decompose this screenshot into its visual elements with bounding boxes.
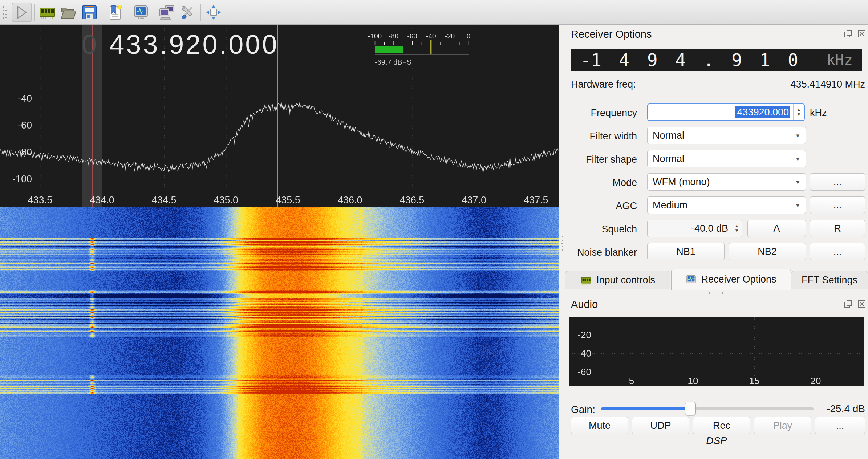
filter-shape-combo[interactable]: Normal ▼ [647, 150, 806, 167]
start-dsp-button[interactable] [12, 3, 32, 22]
lcd-digit[interactable]: 0 [788, 50, 798, 70]
lcd-digit[interactable]: 4 [675, 50, 686, 70]
lcd-digit[interactable]: 9 [731, 50, 742, 70]
filter-shape-label: Filter shape [565, 154, 637, 165]
mute-label: Mute [589, 420, 611, 431]
tuned-frequency-readout[interactable]: 0 433.920.000 [82, 29, 279, 60]
mode-combo[interactable]: WFM (mono) ▼ [647, 173, 806, 191]
chevron-down-icon: ▼ [795, 179, 800, 185]
frequency-label: Frequency [565, 107, 637, 119]
rec-label: Rec [713, 420, 730, 431]
frequency-spinbox[interactable]: 433920.000 ▲▼ [647, 103, 805, 121]
agc-combo[interactable]: Medium ▼ [647, 196, 806, 214]
tab-receiver-options-label: Receiver Options [701, 274, 776, 285]
signal-strength-meter [365, 30, 471, 68]
chip-icon [580, 276, 592, 285]
nb-options-button[interactable]: ... [810, 243, 865, 260]
squelch-auto-label: A [773, 223, 780, 234]
chevron-down-icon: ▼ [795, 156, 800, 162]
hardware-freq-label: Hardware freq: [571, 79, 636, 90]
configure-io-button[interactable] [37, 2, 58, 23]
play-label: Play [773, 420, 792, 431]
udp-label: UDP [650, 420, 671, 431]
remote-control-button[interactable] [156, 2, 177, 23]
rec-button[interactable]: Rec [693, 417, 750, 434]
squelch-spinner-buttons[interactable]: ▲▼ [731, 220, 742, 237]
lcd-digit[interactable]: 1 [760, 50, 770, 70]
audio-fft-display [569, 317, 864, 386]
gain-slider-fill [601, 407, 690, 410]
agc-options-label: ... [833, 200, 842, 211]
bookmarks-button[interactable] [105, 2, 126, 23]
horizontal-splitter-handle[interactable] [705, 292, 728, 295]
dsp-options-button[interactable] [130, 2, 151, 23]
close-panel-icon[interactable] [858, 300, 866, 308]
mode-value: WFM (mono) [653, 176, 710, 188]
play-icon [16, 5, 28, 19]
nb1-button[interactable]: NB1 [647, 243, 725, 260]
mode-options-button[interactable]: ... [810, 173, 865, 191]
squelch-value: -40.0 dB [648, 223, 731, 234]
fullscreen-button[interactable] [203, 2, 224, 23]
frequency-spinbox-value[interactable]: 433920.000 [735, 106, 790, 118]
scope-icon [686, 275, 697, 285]
nb1-label: NB1 [676, 246, 695, 257]
filter-width-combo[interactable]: Normal ▼ [647, 127, 806, 144]
float-panel-icon[interactable] [844, 300, 852, 308]
close-panel-icon[interactable] [858, 30, 866, 38]
vertical-splitter-handle[interactable] [560, 235, 564, 252]
waterfall-display[interactable] [0, 207, 559, 459]
audio-fft-canvas [569, 317, 864, 386]
mode-options-label: ... [833, 176, 842, 188]
lcd-unit-label: kHz [827, 52, 853, 68]
gain-slider-handle[interactable] [685, 402, 696, 415]
frequency-dim-digit[interactable]: 0 [82, 29, 98, 60]
float-panel-icon[interactable] [844, 30, 852, 38]
play-button: Play [754, 417, 811, 434]
hardware-freq-value: 435.414910 MHz [726, 79, 865, 90]
chevron-down-icon: ▼ [795, 133, 800, 139]
nb2-button[interactable]: NB2 [729, 243, 806, 260]
frequency-unit-label: kHz [810, 107, 827, 119]
bookmarks-icon [108, 4, 123, 20]
squelch-reset-button[interactable]: R [810, 220, 865, 237]
agc-label: AGC [565, 200, 637, 212]
tab-input-controls[interactable]: Input controls [565, 271, 670, 289]
chevron-down-icon: ▼ [795, 202, 800, 208]
save-floppy-icon [81, 5, 97, 20]
tab-input-controls-label: Input controls [596, 275, 655, 286]
offset-frequency-lcd[interactable]: -1 4 9 4 . 9 1 0 kHz [571, 49, 862, 71]
squelch-reset-label: R [834, 223, 841, 234]
frequency-spinner-buttons[interactable]: ▲▼ [793, 104, 804, 120]
noise-blanker-label: Noise blanker [565, 247, 637, 258]
audio-options-button[interactable]: ... [815, 417, 865, 434]
lcd-digit[interactable]: -1 [580, 50, 601, 70]
toolbar-separator [128, 4, 128, 21]
frequency-digits[interactable]: 433.920.000 [109, 29, 279, 60]
settings-tools-button[interactable] [177, 2, 198, 23]
waterfall-canvas[interactable] [0, 207, 559, 459]
filter-shape-value: Normal [653, 153, 684, 164]
lcd-digit[interactable]: 9 [647, 50, 658, 70]
main-toolbar [0, 0, 868, 25]
tab-fft-settings[interactable]: FFT Settings [791, 271, 868, 289]
squelch-auto-button[interactable]: A [747, 220, 806, 237]
save-file-button[interactable] [79, 2, 100, 23]
toolbar-separator [154, 4, 154, 21]
lcd-digit[interactable]: 4 [619, 50, 629, 70]
agc-options-button[interactable]: ... [810, 196, 865, 214]
udp-button[interactable]: UDP [632, 417, 689, 434]
fullscreen-move-icon [206, 4, 222, 20]
agc-value: Medium [653, 200, 687, 211]
toolbar-separator [200, 4, 201, 21]
squelch-spinbox[interactable]: -40.0 dB ▲▼ [647, 220, 742, 237]
toolbar-grip-handle[interactable] [2, 5, 7, 20]
tab-receiver-options[interactable]: Receiver Options [671, 269, 791, 290]
nb2-label: NB2 [758, 246, 777, 257]
devices-chip-icon [39, 5, 56, 20]
audio-panel-title: Audio [571, 298, 598, 310]
open-file-button[interactable] [58, 2, 79, 23]
mute-button[interactable]: Mute [571, 417, 628, 434]
tools-icon [180, 4, 196, 20]
dsp-status-label: DSP [565, 435, 868, 447]
